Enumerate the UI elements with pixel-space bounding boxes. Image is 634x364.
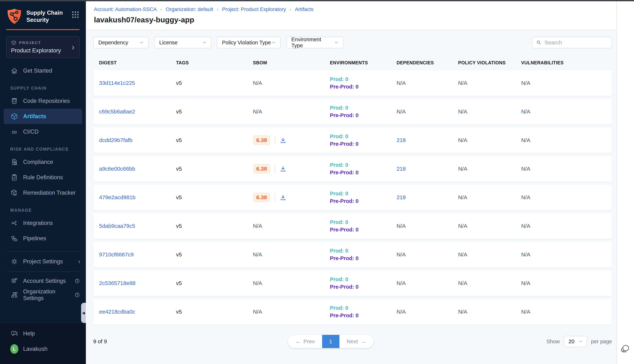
- prev-page-button[interactable]: ← Prev: [288, 335, 322, 348]
- digest-link[interactable]: ee4218cdba0c: [99, 309, 176, 315]
- dependencies-cell: N/A: [397, 80, 458, 86]
- vulnerabilities-cell: N/A: [521, 108, 612, 115]
- policy-violations-cell: N/A: [458, 80, 521, 86]
- dependencies-link[interactable]: 218: [397, 194, 458, 200]
- box-edit-icon: [10, 189, 18, 197]
- prod-count: Prod: 0: [330, 134, 396, 140]
- chevron-down-icon: [271, 40, 276, 45]
- sidebar-item-pipelines[interactable]: Pipelines: [0, 231, 86, 246]
- module-grid-icon[interactable]: [71, 10, 80, 19]
- sbom-cell: 6.38: [253, 135, 330, 145]
- sidebar-item-cicd[interactable]: ∞ CI/CD: [0, 124, 86, 140]
- tags-cell: v5: [176, 80, 253, 86]
- search-box: [532, 37, 612, 48]
- sidebar-item-help[interactable]: ? Help: [0, 326, 86, 341]
- vulnerabilities-cell: N/A: [521, 80, 612, 86]
- policy-violations-cell: N/A: [458, 137, 521, 143]
- next-page-button[interactable]: Next →: [339, 335, 374, 348]
- col-sbom: SBOM: [253, 60, 330, 66]
- sidebar-item-rule-definitions[interactable]: Rule Definitions: [0, 170, 86, 185]
- digest-link[interactable]: c69c5b6a8ae2: [99, 108, 176, 115]
- dependencies-link[interactable]: 218: [397, 137, 458, 143]
- gear-icon: [10, 258, 18, 266]
- main-content: Account: Automation-SSCA › Organization:…: [86, 1, 616, 364]
- digest-link[interactable]: 9710cf6667c9: [99, 252, 176, 258]
- divider: [275, 193, 275, 202]
- filter-license[interactable]: License: [154, 37, 211, 48]
- prod-count: Prod: 0: [330, 219, 396, 225]
- page-size-select[interactable]: 20: [564, 336, 587, 347]
- environments-cell: Prod: 0 Pre-Prod: 0: [330, 219, 396, 233]
- environments-cell: Prod: 0 Pre-Prod: 0: [330, 305, 396, 318]
- section-risk-and-compliance: RISK AND COMPLIANCE: [0, 140, 86, 154]
- digest-link[interactable]: 479e2acd981b: [99, 194, 176, 200]
- environments-cell: Prod: 0 Pre-Prod: 0: [330, 76, 396, 90]
- sbom-download-button[interactable]: [279, 194, 287, 201]
- sidebar-item-code-repositories[interactable]: Code Repositories: [0, 93, 86, 109]
- vulnerabilities-cell: N/A: [521, 166, 612, 172]
- project-selector[interactable]: PROJECT Product Exploratory ›: [6, 36, 80, 58]
- sbom-cell: N/A: [253, 80, 330, 86]
- sbom-score-badge: 6.38: [253, 192, 270, 202]
- brand-accent-rule: [6, 29, 80, 30]
- policy-violations-cell: N/A: [458, 108, 521, 115]
- dependencies-link[interactable]: 218: [397, 166, 458, 172]
- table-row: ee4218cdba0c v5 N/A Prod: 0 Pre-Prod: 0 …: [93, 299, 612, 324]
- digest-link[interactable]: a9c6e00c66bb: [99, 166, 176, 172]
- digest-link[interactable]: 5dab9caa79c5: [99, 223, 176, 229]
- sidebar-item-account-settings[interactable]: Account Settings: [0, 274, 86, 288]
- breadcrumb-account[interactable]: Account: Automation-SSCA: [94, 6, 157, 12]
- preprod-count: Pre-Prod: 0: [330, 170, 396, 176]
- sidebar-item-integrations[interactable]: Integrations: [0, 215, 86, 231]
- tags-cell: v5: [176, 252, 253, 258]
- filter-policy-violation-type[interactable]: Policy Violation Type: [217, 37, 281, 48]
- user-menu[interactable]: L Lavakush: [0, 341, 86, 357]
- col-dependencies: DEPENDENCIES: [397, 60, 458, 66]
- home-icon: [10, 67, 18, 74]
- vulnerabilities-cell: N/A: [521, 309, 612, 315]
- pagination-bar: 9 of 9 ← Prev 1 Next → Show 20: [93, 335, 612, 348]
- sidebar-item-remediation-tracker[interactable]: Remediation Tracker: [0, 185, 86, 200]
- filter-environment-type[interactable]: Environment Type: [286, 37, 344, 48]
- policy-violations-cell: N/A: [458, 280, 521, 286]
- sidebar-item-organization-settings[interactable]: Organization Settings: [0, 288, 86, 302]
- supply-chain-security-logo-icon: [6, 8, 22, 25]
- document-search-icon: [10, 158, 18, 166]
- page-title: lavakush07/easy-buggy-app: [94, 16, 608, 24]
- dependencies-cell: N/A: [397, 252, 458, 258]
- digest-link[interactable]: 33d114e1c225: [99, 80, 176, 86]
- sidebar-collapse-handle[interactable]: ◀: [81, 303, 86, 323]
- section-manage: MANAGE: [0, 200, 86, 215]
- preprod-count: Pre-Prod: 0: [330, 284, 396, 290]
- sbom-cell: 6.38: [253, 192, 330, 202]
- info-icon[interactable]: [74, 278, 80, 284]
- info-icon[interactable]: [74, 292, 80, 298]
- page-1-button[interactable]: 1: [322, 335, 339, 348]
- table-row: c69c5b6a8ae2 v5 N/A Prod: 0 Pre-Prod: 0 …: [93, 99, 612, 124]
- window-top-edge: [0, 0, 634, 1]
- chevron-down-icon: [334, 40, 339, 45]
- filter-dependency[interactable]: Dependency: [93, 37, 149, 48]
- environments-cell: Prod: 0 Pre-Prod: 0: [330, 248, 396, 261]
- preprod-count: Pre-Prod: 0: [330, 255, 396, 261]
- breadcrumb-artifacts[interactable]: Artifacts: [295, 6, 313, 12]
- clipboard-check-icon: [10, 174, 18, 181]
- feedback-chat-icon[interactable]: [620, 343, 631, 354]
- chevron-down-icon: [202, 40, 207, 45]
- digest-link[interactable]: 2c5365718e88: [99, 280, 176, 286]
- search-input[interactable]: [544, 40, 608, 46]
- sidebar-item-artifacts[interactable]: Artifacts: [4, 109, 82, 124]
- sbom-download-button[interactable]: [279, 136, 287, 144]
- sbom-download-button[interactable]: [279, 165, 287, 172]
- sbom-cell: N/A: [253, 252, 330, 258]
- sidebar-item-compliance[interactable]: Compliance: [0, 154, 86, 170]
- digest-link[interactable]: dcdd29b7fafb: [99, 137, 176, 143]
- breadcrumb-project[interactable]: Project: Product Exploratory: [222, 6, 286, 12]
- breadcrumb-organization[interactable]: Organization: default: [166, 6, 213, 12]
- table-row: 9710cf6667c9 v5 N/A Prod: 0 Pre-Prod: 0 …: [93, 242, 612, 268]
- policy-violations-cell: N/A: [458, 166, 521, 172]
- arrow-left-icon: ←: [295, 338, 301, 344]
- prod-count: Prod: 0: [330, 105, 396, 111]
- sidebar-item-project-settings[interactable]: Project Settings ›: [0, 254, 86, 269]
- sidebar-item-get-started[interactable]: Get Started: [0, 63, 86, 78]
